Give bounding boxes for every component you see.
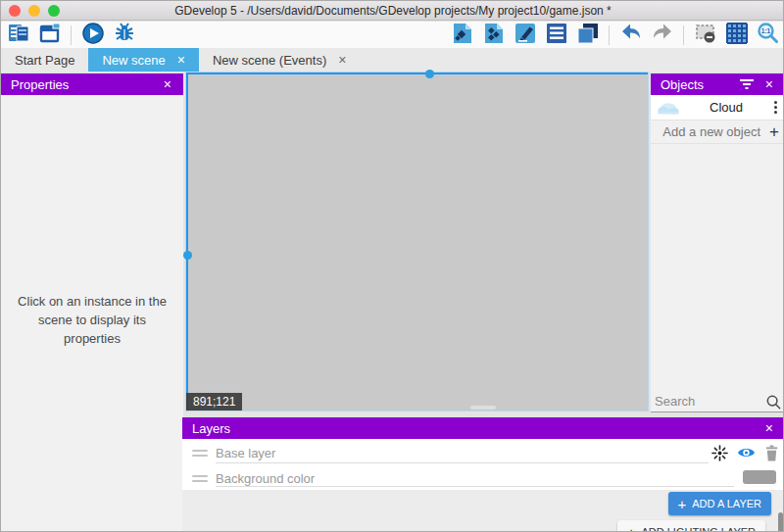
selection-handle-top[interactable]	[425, 70, 434, 78]
redo-icon	[651, 22, 674, 49]
debug-icon	[113, 22, 136, 49]
layers-panel-header: Layers ×	[182, 417, 784, 439]
layers-panel: Layers × Base layer Background color	[182, 417, 784, 532]
tab-label: New scene	[102, 53, 165, 68]
add-lighting-layer-button[interactable]: + ADD LIGHTING LAYER	[617, 520, 765, 532]
project-manager-icon	[7, 22, 30, 49]
background-color-swatch[interactable]	[743, 470, 776, 484]
main-area: Properties × Click on an instance in the…	[1, 72, 784, 532]
scene-properties-icon	[514, 22, 537, 49]
vertical-scrollbar-thumb[interactable]	[778, 512, 783, 532]
redo-button[interactable]	[649, 23, 675, 47]
object-groups-icon	[482, 22, 506, 49]
tab-label: New scene (Events)	[213, 53, 326, 68]
title-bar: GDevelop 5 - /Users/david/Documents/GDev…	[1, 1, 784, 21]
close-icon[interactable]: ×	[162, 76, 173, 92]
editor-tab-bar: Start Page New scene × New scene (Events…	[1, 48, 784, 72]
objects-panel-title: Objects	[661, 77, 704, 92]
window-mask-icon	[694, 22, 717, 49]
undo-button[interactable]	[617, 23, 644, 47]
add-layer-label: ADD A LAYER	[692, 498, 761, 509]
objects-search-input[interactable]	[655, 394, 765, 409]
properties-panel-title: Properties	[11, 77, 69, 92]
cursor-coordinates-label: 891;121	[186, 393, 242, 411]
objects-panel-header: Objects ×	[651, 73, 784, 95]
layer-name-underline	[216, 486, 734, 487]
scene-canvas[interactable]: 891;121	[185, 72, 649, 411]
object-list-item-cloud[interactable]: Cloud	[651, 95, 784, 121]
drag-handle-icon[interactable]	[192, 450, 208, 457]
plus-icon: +	[769, 122, 779, 142]
object-name: Cloud	[681, 100, 771, 115]
debug-button[interactable]	[111, 23, 137, 47]
object-menu-icon[interactable]	[771, 99, 780, 116]
close-icon[interactable]: ×	[763, 420, 775, 436]
open-scene-properties-button[interactable]	[512, 23, 538, 47]
cloud-thumbnail-icon	[656, 99, 681, 116]
layer-name-underline	[216, 462, 709, 463]
toggle-grid-button[interactable]	[723, 23, 750, 47]
drag-handle-icon[interactable]	[192, 475, 208, 482]
tab-new-scene-events[interactable]: New scene (Events) ×	[199, 48, 361, 72]
tab-new-scene[interactable]: New scene ×	[88, 48, 199, 72]
objects-search-bar	[651, 391, 784, 412]
layer-row-background-color[interactable]: Background color	[182, 466, 784, 490]
toolbar-left-group	[5, 22, 137, 48]
project-manager-button[interactable]	[5, 23, 31, 47]
layer-name[interactable]: Background color	[216, 471, 315, 486]
layers-editor-icon	[576, 22, 600, 49]
tab-label: Start Page	[15, 53, 74, 68]
selection-edge-top	[186, 73, 648, 74]
layer-visibility-icon[interactable]	[737, 446, 756, 459]
svg-text:1:1: 1:1	[760, 27, 770, 34]
open-instances-list-button[interactable]	[543, 23, 569, 47]
open-object-groups-button[interactable]	[480, 23, 507, 47]
properties-empty-message: Click on an instance in the scene to dis…	[9, 293, 175, 349]
close-tab-icon[interactable]: ×	[338, 53, 346, 67]
toggle-window-mask-button[interactable]	[692, 23, 718, 47]
tab-start-page[interactable]: Start Page	[1, 48, 88, 72]
close-icon[interactable]: ×	[763, 76, 775, 92]
toolbar-separator	[683, 25, 684, 45]
zoom-1-1-icon: 1:1	[757, 22, 780, 49]
layer-name[interactable]: Base layer	[216, 446, 275, 460]
properties-panel-header: Properties ×	[1, 73, 183, 95]
toolbar-right-group: 1:1	[449, 22, 781, 48]
zoom-original-button[interactable]: 1:1	[755, 23, 781, 47]
selection-edge-left	[186, 73, 188, 411]
layer-row-base[interactable]: Base layer	[182, 439, 784, 466]
window-title: GDevelop 5 - /Users/david/Documents/GDev…	[1, 4, 784, 18]
properties-panel: Properties × Click on an instance in the…	[1, 73, 183, 532]
main-toolbar: 1:1	[1, 22, 784, 48]
toolbar-separator	[71, 25, 72, 45]
add-new-object-button[interactable]: Add a new object +	[651, 121, 784, 144]
open-objects-editor-button[interactable]	[449, 23, 475, 47]
layer-delete-icon[interactable]	[764, 445, 779, 461]
instances-list-icon	[545, 22, 568, 49]
plus-icon: +	[678, 496, 687, 512]
open-layers-editor-button[interactable]	[574, 23, 601, 47]
objects-panel: Objects × Cloud Add a new object +	[651, 73, 784, 412]
search-icon	[765, 394, 781, 410]
layer-effects-icon[interactable]	[711, 445, 728, 461]
add-layer-button[interactable]: + ADD A LAYER	[668, 492, 771, 515]
selection-handle-left[interactable]	[183, 251, 192, 260]
plus-icon: +	[627, 524, 636, 532]
close-tab-icon[interactable]: ×	[177, 53, 185, 67]
add-lighting-layer-label: ADD LIGHTING LAYER	[641, 526, 756, 532]
launch-preview-button[interactable]	[79, 23, 106, 47]
add-object-label: Add a new object	[662, 124, 760, 139]
grid-icon	[725, 22, 749, 49]
filter-icon[interactable]	[740, 78, 754, 90]
layers-panel-title: Layers	[192, 421, 230, 436]
toolbar-separator	[609, 25, 610, 45]
horizontal-scrollbar-thumb[interactable]	[470, 406, 496, 410]
objects-editor-icon	[451, 22, 474, 49]
start-page-button[interactable]	[36, 23, 63, 47]
undo-icon	[619, 22, 643, 49]
play-icon	[81, 22, 105, 49]
start-page-icon	[38, 22, 62, 49]
gdevelop-window: GDevelop 5 - /Users/david/Documents/GDev…	[0, 0, 784, 532]
